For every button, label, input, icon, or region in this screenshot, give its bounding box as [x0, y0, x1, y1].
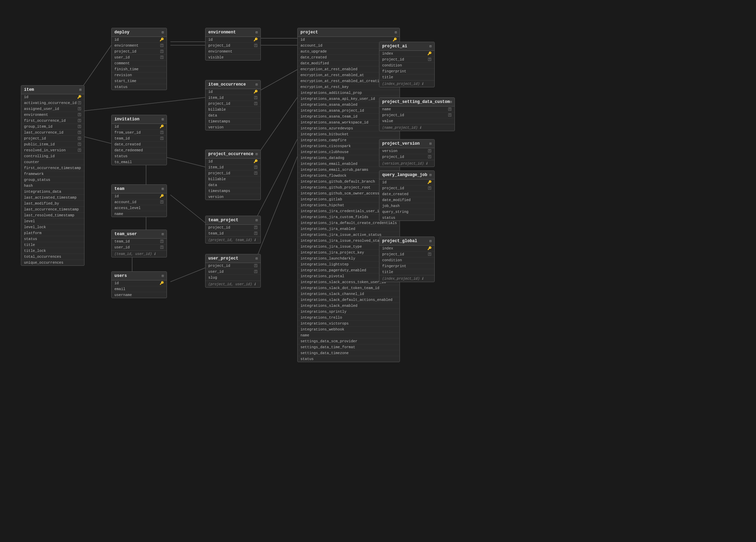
field-to_email: to_email [112, 159, 167, 165]
field-id: id🔑 [206, 159, 260, 165]
field-name: assigned_user_id [24, 107, 59, 111]
table-users[interactable]: users⊞id🔑emailusername [111, 271, 167, 298]
field-status: status [379, 215, 434, 221]
field-name: integrations_lightstep [300, 262, 349, 266]
table-item[interactable]: item⊞id🔑activating_occurrence_id⚿assigne… [21, 85, 85, 266]
field-last_resolved_timestamp: last_resolved_timestamp [21, 213, 84, 218]
field-project_id: project_id⚿ [206, 43, 260, 49]
fk-icon: ⚿ [428, 149, 432, 153]
field-name: visible [208, 55, 224, 59]
field-last_modified_by: last_modified_by [21, 201, 84, 207]
field-team_id: team_id⚿ [206, 231, 260, 237]
field-project_id: project_id⚿ [206, 225, 260, 231]
table-invitation[interactable]: invitation⊞id🔑from_user_id⚿team_id⚿date_… [111, 115, 167, 165]
field-icons: ⚿ [77, 130, 81, 135]
table-name-invitation: invitation [114, 117, 139, 122]
table-name-query_language_job: query_language_job [382, 173, 427, 177]
fk-icon: ⚿ [254, 96, 258, 100]
field-name: user_id [208, 270, 224, 274]
table-item_occurrence[interactable]: item_occurrence⊞id🔑item_id⚿project_id⚿bi… [205, 80, 261, 130]
table-project_setting_data_custom[interactable]: project_setting_data_custom⊞name⚿project… [379, 97, 455, 131]
table-project_global[interactable]: project_global⊞index🔑project_id⚿conditio… [379, 237, 435, 282]
field-name: group_item_id [24, 125, 53, 129]
svg-line-12 [170, 268, 205, 282]
table-name-project_version: project_version [382, 141, 420, 146]
table-query_language_job[interactable]: query_language_job⊞id🔑project_id⚿date_cr… [379, 170, 435, 221]
field-version: version⚿ [379, 148, 434, 154]
pk-icon: 🔑 [254, 90, 258, 94]
field-name: unique_occurrences [24, 261, 63, 265]
table-header-environment: environment⊞ [206, 28, 260, 37]
field-name: integrations_additional_prop [300, 91, 362, 95]
field-icons: ⚿ [447, 113, 452, 117]
field-settings_data_time_format: settings_data_time_format [298, 344, 400, 350]
field-name: integrations_jira_credentials_user_id [300, 209, 381, 213]
field-icons: ⚿ [159, 55, 164, 59]
field-name: timestamps [208, 119, 230, 123]
field-icons: ⚿ [77, 125, 81, 129]
field-last_occurrence_timestamp: last_occurrence_timestamp [21, 207, 84, 213]
field-name: date_created [382, 192, 409, 196]
field-name: data [208, 113, 217, 118]
field-name: project_id [114, 49, 136, 54]
field-name: first_occurrence_timestamp [24, 166, 81, 170]
field-item_id: item_id⚿ [206, 95, 260, 101]
field-icons: ⚿ [77, 101, 81, 105]
fk-icon: ⚿ [160, 49, 164, 54]
pk-icon: 🔑 [427, 51, 432, 56]
field-project_id: project_id⚿ [379, 57, 434, 63]
field-fingerprint: fingerprint [379, 69, 434, 74]
field-status: status [112, 84, 167, 90]
table-team_project[interactable]: team_project⊞project_id⚿team_id⚿(project… [205, 216, 261, 244]
table-project_occurrence[interactable]: project_occurrence⊞id🔑item_id⚿project_id… [205, 150, 261, 200]
field-name: job_hash [382, 204, 400, 208]
table-project_version[interactable]: project_version⊞version⚿project_id⚿(vers… [379, 139, 435, 167]
field-name: integrations_jira_issue_active_status [300, 233, 381, 237]
table-icon: ⊞ [162, 232, 164, 236]
field-status: status [21, 236, 84, 242]
table-icon: ⊞ [256, 82, 258, 87]
field-icons: 🔑 [252, 159, 258, 164]
field-date_created: date_created [379, 191, 434, 197]
fk-icon: ⚿ [428, 186, 432, 190]
table-team[interactable]: team⊞id🔑account_id⚿access_levelname [111, 184, 167, 217]
table-header-query_language_job: query_language_job⊞ [379, 171, 434, 180]
field-name: date_redeemed [114, 148, 143, 152]
field-icons: 🔑 [76, 95, 81, 99]
field-name: integrations_gitlab [300, 197, 342, 201]
fk-icon: ⚿ [160, 55, 164, 59]
table-user_project[interactable]: user_project⊞project_id⚿user_id⚿slug(pro… [205, 254, 261, 288]
field-name: id [114, 194, 119, 198]
table-deploy[interactable]: deploy⊞id🔑environment⚿project_id⚿user_id… [111, 28, 167, 90]
table-team_user[interactable]: team_user⊞team_id⚿user_id⚿(team_id, user… [111, 230, 167, 257]
field-name: date_modified [300, 61, 329, 65]
table-header-user_project: user_project⊞ [206, 254, 260, 263]
field-name: integrations_asana_project_id [300, 109, 364, 113]
field-name: integrations_webhook [300, 327, 344, 332]
field-last_occurrence_id: last_occurrence_id⚿ [21, 130, 84, 136]
field-settings_data_timezone: settings_data_timezone [298, 350, 400, 356]
field-icons: ⚿ [253, 171, 258, 175]
field-name: project_id [208, 264, 230, 268]
field-icons: ⚿ [253, 270, 258, 274]
table-environment[interactable]: environment⊞id🔑project_id⚿environmentvis… [205, 28, 261, 61]
field-name: account_id [114, 200, 136, 204]
field-group_item_id: group_item_id⚿ [21, 124, 84, 130]
table-project_ai[interactable]: project_ai⊞index🔑project_id⚿conditionfin… [379, 42, 435, 87]
field-first_occurrence_timestamp: first_occurrence_timestamp [21, 165, 84, 171]
table-name-user_project: user_project [208, 256, 238, 261]
field-name: integrations_github_default_branch [300, 180, 375, 184]
field-name: integrations_slack_enabled [300, 304, 357, 308]
field-integrations_additional_prop: integrations_additional_prop [298, 90, 400, 96]
field-name: integrations_pivotal [300, 274, 344, 278]
field-project_id: project_id⚿ [379, 154, 434, 160]
table-icon: ⊞ [162, 30, 164, 34]
field-name: integrations_asana_workspace_id [300, 120, 368, 125]
field-name: integrations_flowdock [300, 174, 346, 178]
field-name: integrations_jira_custom_fields [300, 215, 368, 219]
field-icons: 🔑 [426, 180, 432, 184]
field-name: id [24, 95, 29, 99]
field-name: project_id [24, 136, 46, 141]
field-icons: ⚿ [253, 43, 258, 48]
fk-icon: ⚿ [254, 264, 258, 268]
